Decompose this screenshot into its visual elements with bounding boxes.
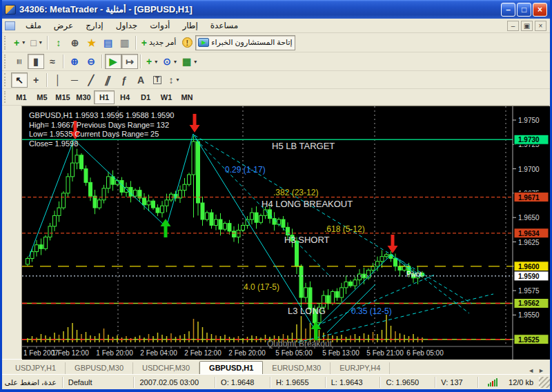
crosshair-target-icon: ⊕ [71, 38, 79, 48]
expert-advisors-button[interactable]: ▶إتاحة المستشارون الخبراء [195, 35, 295, 50]
toolbar-grip[interactable] [4, 36, 9, 50]
zoom-out-button[interactable]: ⊖ [83, 54, 99, 69]
horizontal-line-tool-button[interactable]: ─ [66, 72, 83, 88]
minimize-button[interactable]: – [501, 3, 515, 17]
candlestick-chart-button[interactable]: ▮ [28, 54, 44, 69]
auto-scroll-button[interactable]: ▶ [105, 54, 121, 69]
tab-gbpusd-h1[interactable]: GBPUSD,H1 [199, 361, 263, 374]
tab-eurusd-m30[interactable]: EURUSD,M30 [263, 362, 331, 374]
dropdown-arrow-icon: ▾ [22, 39, 25, 46]
chart-shift-button[interactable]: ↦ [121, 54, 138, 69]
text-label-tool-icon: T [153, 76, 161, 84]
cursor-icon: ↖ [15, 75, 23, 85]
tick-chart-button[interactable]: ↕ [50, 35, 67, 50]
timeframe-h4[interactable]: H4 [115, 90, 135, 104]
tab-gbpusd-m30[interactable]: GBPUSD,M30 [66, 362, 133, 374]
resize-grip[interactable] [539, 377, 550, 388]
line-chart-button[interactable]: ≈ [44, 54, 61, 69]
crosshair-target-button[interactable]: ⊕ [67, 35, 83, 50]
child-restore-button[interactable]: ▣ [521, 21, 533, 31]
maximize-button[interactable]: □ [517, 3, 531, 17]
crosshair-tool-button[interactable]: + [28, 72, 44, 88]
zoom-in-icon: ⊕ [70, 57, 79, 66]
tab-scroll-left-icon[interactable]: ◄ [528, 367, 534, 374]
bar-chart-button[interactable]: ≡ [11, 54, 28, 69]
svg-text:5 Feb 13:00: 5 Feb 13:00 [322, 349, 359, 357]
tab-eurjpy-h4[interactable]: EURJPY,H4 [331, 362, 390, 374]
trendline-tool-icon: ╱ [88, 75, 94, 85]
market-watch-button[interactable]: ▤ [100, 35, 117, 50]
timeframe-m1[interactable]: M1 [11, 90, 32, 104]
templates-button[interactable]: ▦▾ [179, 54, 199, 69]
toolbar-grip[interactable] [4, 73, 9, 86]
svg-text:1.9634: 1.9634 [518, 230, 540, 237]
chart-shift-icon: ↦ [126, 57, 134, 66]
chart-window-icon[interactable] [5, 21, 15, 30]
toolbar-grip[interactable] [4, 55, 9, 68]
price-chart[interactable]: GBPUSD,H1 1.9593 1.9595 1.9588 1.9590Hig… [22, 106, 550, 360]
timeframe-m30[interactable]: M30 [73, 90, 94, 104]
tab-usdchf-m30[interactable]: USDCHF,M30 [133, 362, 199, 374]
menu-view[interactable]: عرض [48, 19, 79, 32]
auto-trading-warning-icon: ! [182, 37, 193, 48]
menu-file[interactable]: ملف [19, 19, 48, 32]
timeframe-mn[interactable]: MN [177, 90, 197, 104]
arrows-tool-button[interactable]: ↕▾ [166, 72, 182, 88]
expert-advisors-icon: ▶ [198, 38, 209, 47]
cursor-button[interactable]: ↖ [11, 72, 28, 88]
auto-trading-warning-button[interactable]: ! [179, 35, 195, 50]
svg-text:4.0 (17-5): 4.0 (17-5) [244, 282, 279, 292]
chart-region: GBPUSD,H1 1.9593 1.9595 1.9588 1.9590Hig… [2, 106, 550, 359]
new-order-label: أمر جديد [149, 38, 176, 47]
auto-scroll-icon: ▶ [110, 57, 117, 66]
templates-icon: ▦ [182, 57, 191, 66]
toolbar-separator [135, 36, 137, 50]
timeframe-h1[interactable]: H1 [94, 90, 115, 104]
menu-items: ملفعرضإدارججداولأدواتإطارمساعدة [19, 19, 507, 32]
svg-text:H3 SHORT: H3 SHORT [284, 235, 330, 245]
toolbar-line-studies: ↖+│─╱∥ƒAT↕▾ [2, 71, 550, 89]
new-chart-button[interactable]: +▾ [11, 35, 28, 50]
vertical-line-tool-icon: │ [55, 75, 61, 85]
toolbar-grip[interactable] [4, 91, 9, 103]
new-chart-icon: + [14, 38, 19, 48]
close-button[interactable]: × [533, 3, 547, 17]
svg-text:1.9525: 1.9525 [518, 336, 540, 344]
toolbar-separator [140, 55, 141, 68]
menu-insert[interactable]: إدارج [79, 19, 110, 32]
child-minimize-button[interactable]: – [507, 21, 519, 31]
indicators-button[interactable]: +▾ [144, 54, 160, 69]
status-bar-time: 2007.02.05 03:00 [134, 377, 215, 388]
timeframe-m15[interactable]: M15 [52, 90, 73, 104]
periods-button[interactable]: ⊙▾ [160, 54, 179, 69]
zoom-in-button[interactable]: ⊕ [66, 54, 83, 69]
arrows-tool-icon: ↕ [168, 75, 173, 85]
data-window-button[interactable]: ▥ [117, 35, 133, 50]
vertical-line-tool-button[interactable]: │ [50, 72, 66, 88]
toolbar-standard: +▾□▾↕⊕★▤▥+أمر جديد!▶إتاحة المستشارون الخ… [2, 33, 550, 52]
favorites-button[interactable]: ★ [83, 35, 100, 50]
tab-scroll-arrows: ◄► [528, 367, 547, 374]
periods-icon: ⊙ [163, 57, 171, 66]
timeframe-d1[interactable]: D1 [135, 90, 156, 104]
equidistant-channel-tool-button[interactable]: ∥ [99, 72, 116, 88]
text-label-tool-button[interactable]: T [149, 72, 166, 88]
menu-window[interactable]: إطار [176, 19, 204, 32]
menu-charts[interactable]: جداول [110, 19, 144, 32]
dropdown-arrow-icon: ▾ [174, 59, 177, 65]
timeframe-w1[interactable]: W1 [156, 90, 177, 104]
new-order-button[interactable]: +أمر جديد [139, 35, 179, 50]
tab-scroll-right-icon[interactable]: ► [538, 367, 544, 374]
fibonacci-tool-button[interactable]: ƒ [116, 72, 132, 88]
menu-tools[interactable]: أدوات [144, 19, 176, 32]
status-bar: عدة، اضغط على Default 2007.02.05 03:00 O… [2, 374, 550, 389]
svg-text:1.9730: 1.9730 [518, 136, 540, 144]
tab-usdjpy-h1[interactable]: USDJPY,H1 [6, 362, 66, 374]
child-close-button[interactable]: × [535, 21, 546, 31]
text-tool-button[interactable]: A [132, 72, 149, 88]
status-help-text: عدة، اضغط على [2, 377, 63, 388]
chart-profiles-button[interactable]: □▾ [28, 35, 44, 50]
timeframe-m5[interactable]: M5 [32, 90, 52, 104]
menu-help[interactable]: مساعدة [204, 19, 245, 32]
trendline-tool-button[interactable]: ╱ [83, 72, 99, 88]
